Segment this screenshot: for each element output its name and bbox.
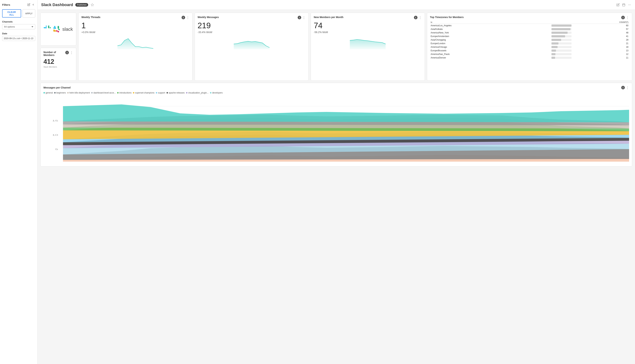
legend-item: apache-releases <box>167 92 185 94</box>
tz-name: Asia/Kolkata <box>430 27 551 31</box>
new-members-header: New Members per Month 1 ⋮ <box>314 16 422 19</box>
date-range-value[interactable]: 2020-09-13 ≤ col < 2020-11-13 <box>2 36 35 41</box>
svg-rect-15 <box>56 30 58 32</box>
channels-label: Channels <box>2 20 35 23</box>
sidebar-title: Filters <box>2 3 10 6</box>
svg-point-5 <box>628 5 629 5</box>
legend-label: superset-champions <box>135 92 154 94</box>
weekly-messages-badge: 1 <box>298 16 301 19</box>
main-content: Slack Dashboard Published <box>38 0 635 364</box>
tz-table-row: America/Chicago 18 <box>430 45 629 49</box>
collapse-sidebar-icon[interactable] <box>32 3 35 6</box>
date-filter: Date 2020-09-13 ≤ col < 2020-11-13 <box>2 32 35 41</box>
tz-name: America/Denver <box>430 56 551 60</box>
edit-button[interactable] <box>616 3 620 7</box>
legend-item: visualization_plugin... <box>186 92 209 94</box>
messages-per-channel-card: Messages per Channel 1 ⋮ generalbeginner… <box>41 83 632 166</box>
tz-bar-col-header <box>551 21 572 24</box>
clear-all-button[interactable]: CLEAR ALL <box>2 9 21 18</box>
chart-filter-badge: 1 <box>621 86 625 90</box>
tz-table-row: America/Sao_Paulo 12 <box>430 52 629 56</box>
tz-name: Europe/Brussels <box>430 49 551 52</box>
legend-dot <box>117 92 119 94</box>
svg-text:10: 10 <box>52 134 58 136</box>
legend-label: support <box>158 92 165 94</box>
weekly-threads-badge: 1 <box>182 16 185 19</box>
tz-table-row: Asia/Chongqing 29 <box>430 38 629 42</box>
published-badge: Published <box>75 3 88 6</box>
legend-dot <box>210 92 211 94</box>
new-members-title: New Members per Month <box>314 16 343 18</box>
legend-item: dashboard-level-acce... <box>91 92 116 94</box>
dashboard: slack Number of Members 1 ⋮ 412 Slack Me… <box>38 10 635 364</box>
sidebar-actions <box>27 3 35 6</box>
svg-rect-11 <box>58 29 60 30</box>
weekly-messages-sparkline <box>198 35 306 49</box>
tz-table-row: Europe/London 21 <box>430 42 629 45</box>
timezones-card: Top Timezones for Members 1 ⋮ tz COUNT(*… <box>427 13 632 81</box>
tz-bar <box>551 31 572 34</box>
tz-table-row: America/Los_Angeles 60 <box>430 24 629 28</box>
apply-button[interactable]: APPLY <box>23 9 35 18</box>
legend-item: helm-k8s-deployment <box>67 92 90 94</box>
tz-count: 18 <box>572 45 629 49</box>
weekly-threads-more[interactable]: ⋮ <box>186 16 189 19</box>
new-members-more[interactable]: ⋮ <box>419 16 422 19</box>
timezones-header: Top Timezones for Members 1 ⋮ <box>430 16 629 19</box>
tz-name: America/Chicago <box>430 45 551 49</box>
filter-buttons: CLEAR ALL APPLY <box>2 9 35 18</box>
legend-dot <box>91 92 93 94</box>
tz-count: 60 <box>572 24 629 28</box>
weekly-messages-more[interactable]: ⋮ <box>302 16 306 19</box>
legend-label: dashboard-level-acce... <box>93 92 116 94</box>
tz-count: 12 <box>572 52 629 56</box>
tz-name: Europe/London <box>430 42 551 45</box>
chart-more-button[interactable]: ⋮ <box>626 86 629 89</box>
legend-label: visualization_plugin... <box>188 92 209 94</box>
tz-name: Europe/Amsterdam <box>430 34 551 38</box>
tz-count: 48 <box>572 31 629 34</box>
dashboard-title: Slack Dashboard <box>41 2 73 7</box>
weekly-threads-card: Weekly Threads 1 ⋮ 1 +0.0% WoW <box>78 13 193 81</box>
weekly-messages-value: 219 <box>198 21 306 30</box>
weekly-threads-controls: 1 ⋮ <box>182 16 189 19</box>
tz-table-row: America/Denver 11 <box>430 56 629 60</box>
new-members-controls: 1 ⋮ <box>414 16 422 19</box>
tz-bar <box>551 34 572 38</box>
area-chart-svg: 5 10 15 <box>44 96 629 164</box>
slack-logo-icon <box>53 25 61 33</box>
legend-label: helm-k8s-deployment <box>70 92 90 94</box>
svg-text:15: 15 <box>52 120 58 122</box>
svg-rect-14 <box>58 31 59 32</box>
more-options-button[interactable] <box>627 3 631 7</box>
svg-marker-0 <box>91 4 94 6</box>
tz-bar <box>551 42 572 45</box>
legend-item: introductions <box>117 92 132 94</box>
legend-item: beginners <box>54 92 66 94</box>
tz-bar <box>551 52 572 56</box>
tz-name: America/Los_Angeles <box>430 24 551 28</box>
tz-count: 57 <box>572 27 629 31</box>
calendar-button[interactable] <box>622 3 626 7</box>
timezones-more[interactable]: ⋮ <box>626 16 629 19</box>
members-more-button[interactable]: ⋮ <box>70 51 73 54</box>
channels-select[interactable]: 64 options <box>2 24 35 29</box>
weekly-messages-header: Weekly Messages 1 ⋮ <box>198 16 306 19</box>
timezones-table: tz COUNT(*) America/Los_Angeles 60 Asia/… <box>430 21 629 60</box>
topbar-left: Slack Dashboard Published <box>41 2 94 7</box>
tz-count: 41 <box>572 34 629 38</box>
members-card-header: Number of Members 1 ⋮ <box>44 51 73 56</box>
tz-table-row: America/New_York 48 <box>430 31 629 34</box>
svg-point-7 <box>630 5 630 5</box>
slack-text: slack <box>62 26 73 32</box>
chart-controls: 1 ⋮ <box>621 86 629 90</box>
star-button[interactable] <box>90 3 94 7</box>
weekly-threads-sparkline <box>81 35 189 49</box>
tz-table-row: Asia/Kolkata 57 <box>430 27 629 31</box>
tz-count: 11 <box>572 56 629 60</box>
tz-name: America/New_York <box>430 31 551 34</box>
legend-dot <box>156 92 157 94</box>
tz-bar <box>551 38 572 42</box>
edit-filters-icon[interactable] <box>27 3 31 6</box>
date-label: Date <box>2 32 35 35</box>
